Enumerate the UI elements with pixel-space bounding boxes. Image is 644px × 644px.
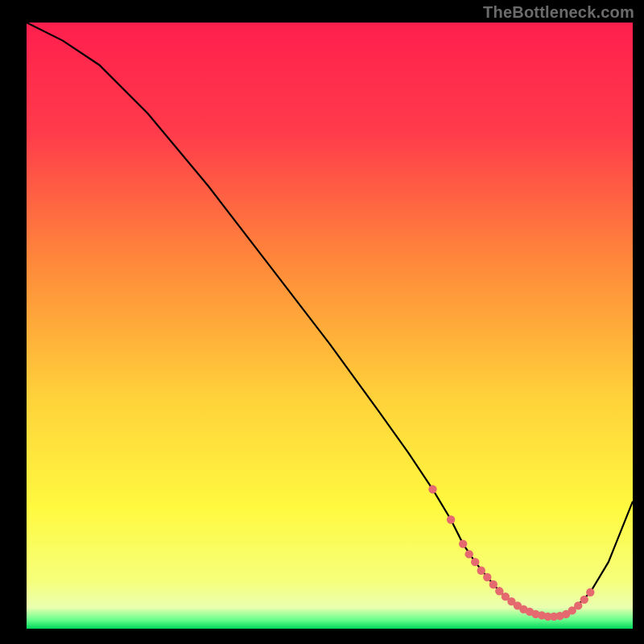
optimal-dot xyxy=(447,515,455,523)
attribution-text: TheBottleneck.com xyxy=(483,3,634,22)
optimal-dot xyxy=(428,485,436,493)
optimal-dot xyxy=(489,580,497,588)
optimal-dot xyxy=(586,588,594,597)
optimal-dot xyxy=(483,573,491,581)
optimal-dot xyxy=(464,550,473,558)
optimal-dot xyxy=(471,558,479,566)
gradient-background xyxy=(27,23,633,629)
optimal-dot xyxy=(477,567,485,575)
optimal-dot xyxy=(580,596,588,604)
optimal-dot xyxy=(574,601,582,609)
optimal-dot xyxy=(459,539,467,547)
bottleneck-chart xyxy=(27,23,633,629)
